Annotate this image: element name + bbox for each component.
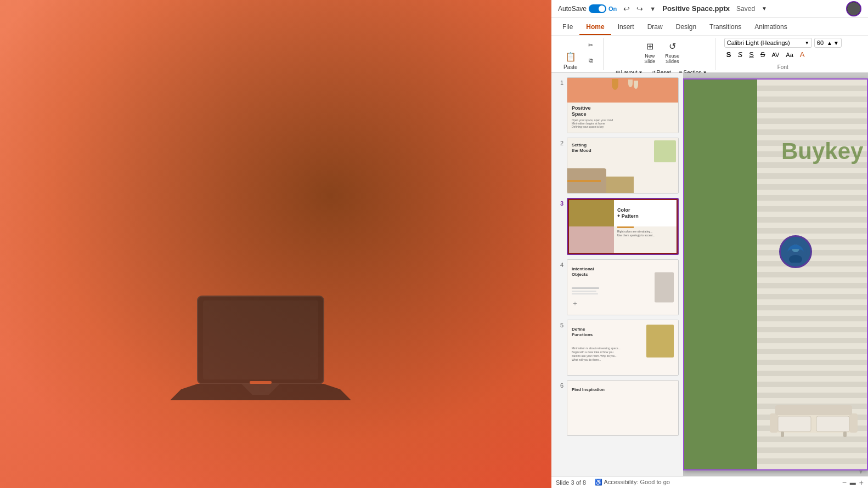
slide2-text: Settingthe Mood — [572, 143, 591, 154]
svg-rect-10 — [778, 416, 811, 432]
scroll-up-btn[interactable]: − — [842, 478, 847, 487]
tab-animations[interactable]: Animations — [748, 20, 793, 35]
slide-number-6: 6 — [556, 380, 563, 389]
tab-draw[interactable]: Draw — [641, 20, 669, 35]
slide-thumb-4[interactable]: IntentionalObjects ＋ — [567, 259, 679, 315]
user-avatar-image — [847, 2, 860, 15]
svg-rect-9 — [775, 405, 852, 415]
redo-icon[interactable]: ↪ — [636, 4, 643, 13]
main-canvas-area — [0, 0, 551, 488]
scroll-down-btn[interactable]: + — [859, 478, 864, 487]
slide-number-3: 3 — [556, 198, 563, 207]
slide4-title: IntentionalObjects — [572, 266, 594, 278]
tab-file[interactable]: File — [556, 20, 579, 35]
slide-thumb-6[interactable]: Find Inspiration — [567, 380, 679, 436]
copy-button[interactable]: ⧉ — [583, 53, 599, 67]
new-slide-label: New Slide — [644, 53, 655, 64]
autosave-toggle[interactable] — [589, 4, 606, 13]
new-slide-icon: ⊞ — [644, 40, 656, 52]
tab-transitions[interactable]: Transitions — [703, 20, 748, 35]
save-dropdown-icon[interactable]: ▼ — [762, 5, 767, 12]
italic-button[interactable]: S — [735, 49, 745, 60]
font-color-button[interactable]: A — [798, 49, 807, 60]
list-item: 4 IntentionalObjects ＋ — [556, 259, 679, 315]
slide5-background: DefineFunctions Minimalism is about rein… — [567, 320, 678, 375]
svg-rect-11 — [816, 416, 849, 432]
font-name-dropdown[interactable]: Calibri Light (Headings) ▼ — [724, 38, 812, 48]
font-size-down-icon[interactable]: ▼ — [833, 40, 839, 46]
list-item: 3 Color+ Pattern Right colors are stimul… — [556, 198, 679, 255]
filename: Positive Space.pptx — [662, 4, 730, 13]
autosave-state: On — [608, 5, 617, 12]
ribbon-content: 📋 Paste ✂ ⧉ 🖌 Cl — [551, 35, 868, 72]
char-spacing-button[interactable]: AV — [769, 50, 781, 59]
bold-button[interactable]: S — [724, 49, 734, 60]
paste-button[interactable]: 📋 Paste — [560, 49, 581, 72]
reuse-slides-button[interactable]: ↺ Reuse Slides — [662, 38, 683, 66]
slide1-text: PositiveSpace Open your space, open your… — [572, 105, 613, 128]
customize-qat-icon[interactable]: ▼ — [650, 5, 656, 12]
slide-thumb-2[interactable]: Settingthe Mood — [567, 138, 679, 194]
slide-thumb-inner-4: IntentionalObjects ＋ — [567, 260, 678, 315]
cut-button[interactable]: ✂ — [583, 38, 599, 52]
svg-rect-2 — [250, 381, 272, 384]
scroll-indicator: ▼ — [858, 469, 864, 475]
tab-insert[interactable]: Insert — [611, 20, 641, 35]
underline-button[interactable]: S — [747, 49, 756, 60]
strikethrough-button[interactable]: S — [758, 49, 768, 60]
slide-thumb-5[interactable]: DefineFunctions Minimalism is about rein… — [567, 320, 679, 376]
paste-label: Paste — [563, 64, 578, 70]
font-row-1: Calibri Light (Headings) ▼ 60 ▲ ▼ — [724, 38, 842, 48]
list-item: 1 PositiveSpace Open your space, open yo… — [556, 77, 679, 133]
slide5-body: Minimalism is about reinventing space...… — [572, 347, 633, 362]
slide4-image — [655, 273, 674, 303]
cut-icon: ✂ — [585, 39, 597, 51]
right-panel: AutoSave On ↩ ↪ ▼ Positive Space.pptx Sa… — [551, 0, 868, 488]
autosave-control[interactable]: AutoSave On — [558, 4, 617, 13]
autosave-label: AutoSave — [558, 5, 587, 13]
slide2-background: Settingthe Mood — [567, 138, 678, 193]
new-slide-button[interactable]: ⊞ New Slide — [640, 38, 660, 66]
font-controls: Calibri Light (Headings) ▼ 60 ▲ ▼ S S S — [724, 38, 842, 60]
tab-home[interactable]: Home — [579, 20, 611, 35]
slide4-background: IntentionalObjects ＋ — [567, 260, 678, 315]
accessibility-label: Accessibility: Good to go — [604, 479, 670, 485]
ribbon-tab-bar: File Home Insert Draw Design Transitions… — [551, 18, 868, 35]
slide4-text: IntentionalObjects — [572, 266, 594, 278]
slide1-title: PositiveSpace — [572, 105, 613, 117]
zoom-level: ▬ — [850, 479, 856, 486]
slide-thumbnails: 1 PositiveSpace Open your space, open yo… — [551, 73, 683, 476]
status-bar-right: − ▬ + — [842, 478, 864, 487]
tab-design[interactable]: Design — [669, 20, 703, 35]
status-bar: Slide 3 of 8 ♿ Accessibility: Good to go… — [551, 476, 868, 488]
slide-thumb-inner-2: Settingthe Mood — [567, 138, 678, 193]
font-name-dropdown-icon: ▼ — [805, 41, 809, 46]
slide-thumb-inner-3: Color+ Pattern Right colors are stimulat… — [568, 199, 678, 254]
change-case-button[interactable]: Aa — [784, 50, 795, 59]
list-item: 6 Find Inspiration — [556, 380, 679, 436]
user-avatar[interactable] — [846, 1, 861, 16]
svg-rect-12 — [781, 432, 784, 437]
slides-buttons: ⊞ New Slide ↺ Reuse Slides — [640, 38, 683, 66]
slide-number-4: 4 — [556, 259, 563, 268]
slide2-title: Settingthe Mood — [572, 143, 591, 154]
slide3-background: Color+ Pattern Right colors are stimulat… — [568, 199, 678, 254]
font-group-label: Font — [777, 64, 788, 70]
ribbon-group-clipboard: 📋 Paste ✂ ⧉ 🖌 Cl — [556, 38, 604, 70]
undo-icon[interactable]: ↩ — [623, 4, 630, 13]
avatar-face-icon — [785, 241, 807, 263]
slide-thumb-inner-1: PositiveSpace Open your space, open your… — [567, 78, 678, 133]
slide-number-1: 1 — [556, 77, 563, 86]
canvas-big-text: Buykey — [781, 138, 863, 164]
font-size-up-icon[interactable]: ▲ — [827, 40, 832, 46]
list-item: 5 DefineFunctions Minimalism is about re… — [556, 320, 679, 376]
slide-thumb-3[interactable]: Color+ Pattern Right colors are stimulat… — [567, 198, 679, 255]
reuse-slides-icon: ↺ — [666, 40, 678, 52]
font-size-dropdown[interactable]: 60 ▲ ▼ — [814, 38, 842, 48]
slide2-image — [654, 140, 676, 162]
ribbon-group-slides: ⊞ New Slide ↺ Reuse Slides ⊟ Layout ▼ — [608, 38, 715, 70]
slide6-title: Find Inspiration — [572, 387, 605, 392]
slide-thumb-1[interactable]: PositiveSpace Open your space, open your… — [567, 77, 679, 133]
slide5-image — [646, 325, 674, 358]
title-bar: AutoSave On ↩ ↪ ▼ Positive Space.pptx Sa… — [551, 0, 868, 18]
